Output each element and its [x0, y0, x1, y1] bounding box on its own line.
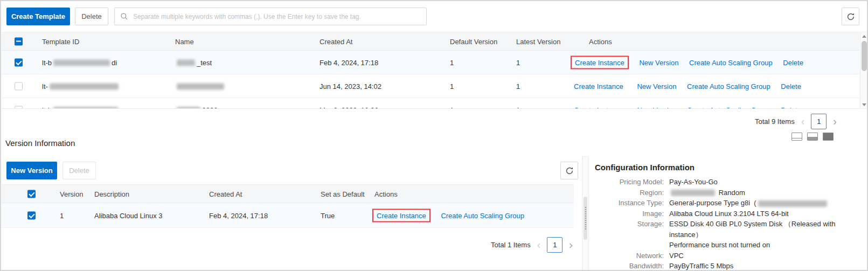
create-instance-link[interactable]: Create Instance [372, 209, 430, 222]
scrollbar-thumb[interactable] [862, 41, 867, 71]
new-version-button[interactable]: New Version [6, 162, 57, 179]
actions-cell: Create Instance Create Auto Scaling Grou… [372, 209, 524, 222]
scroll-up-arrow[interactable] [860, 32, 868, 40]
table-scrollbar[interactable] [860, 32, 868, 109]
prev-page-icon[interactable]: ‹ [537, 239, 541, 250]
row-checkbox[interactable] [15, 106, 23, 109]
config-field-bandwidth: Bandwidth: PayByTraffic 5 Mbps [595, 261, 863, 271]
template-name-cell: _test [175, 58, 212, 66]
next-page-icon[interactable]: › [833, 116, 837, 127]
create-auto-scaling-group-link[interactable]: Create Auto Scaling Group [687, 106, 770, 109]
refresh-versions-button[interactable] [560, 162, 578, 179]
created-at-cell: Jun 14, 2023, 14:02 [320, 82, 381, 90]
redacted-text [177, 60, 195, 66]
prev-page-icon[interactable]: ‹ [801, 116, 805, 127]
config-field-network: Network: VPC [595, 251, 863, 261]
field-value: Random [669, 187, 745, 198]
new-version-link[interactable]: New Version [637, 106, 676, 109]
template-row: lt-b 0323 Mar 2, 2023, 16:06 1 1 Create … [2, 98, 859, 109]
latest-version-cell: 1 [516, 58, 520, 66]
total-items-label: Total 1 Items [491, 241, 531, 249]
actions-cell: Create Instance New Version Create Auto … [571, 82, 801, 90]
col-header-created-at: Created At [209, 190, 242, 198]
version-row: 1 Alibaba Cloud Linux 3 Feb 4, 2024, 17:… [2, 203, 574, 228]
new-version-link[interactable]: New Version [637, 82, 676, 90]
template-name-cell: 0323 [175, 106, 218, 109]
field-label: Bandwidth: [595, 261, 669, 271]
layout-half-pane-icon[interactable] [807, 133, 818, 141]
create-template-button[interactable]: Create Template [6, 8, 70, 25]
config-field-instance-type: Instance Type: General-purpose Type g8i … [595, 198, 863, 209]
delete-link[interactable]: Delete [781, 82, 801, 90]
version-information-panel: New Version Delete Version Description C… [1, 156, 581, 271]
configuration-information-title: Configuration Information [595, 163, 863, 172]
configuration-information-panel: Configuration Information Pricing Model:… [595, 163, 863, 271]
col-header-version: Version [60, 190, 83, 198]
delete-link[interactable]: Delete [781, 106, 801, 109]
detail-pane-layout-toggles [791, 133, 834, 141]
row-checkbox[interactable] [15, 82, 23, 90]
refresh-button[interactable] [842, 8, 859, 25]
default-version-cell: 1 [450, 106, 454, 109]
layout-full-pane-icon[interactable] [823, 133, 834, 141]
select-all-checkbox[interactable] [15, 37, 23, 45]
col-header-default-version: Default Version [450, 37, 497, 45]
redacted-text [177, 107, 200, 109]
version-pagination: Total 1 Items ‹ 1 › [491, 236, 573, 253]
delete-link[interactable]: Delete [783, 58, 803, 66]
template-table-header: Template ID Name Created At Default Vers… [2, 32, 859, 51]
created-at-cell: Feb 4, 2024, 17:18 [209, 211, 268, 219]
field-label: Pricing Model: [595, 177, 669, 187]
delete-template-button[interactable]: Delete [75, 8, 108, 25]
col-header-created-at: Created At [320, 37, 352, 45]
next-page-icon[interactable]: › [569, 239, 573, 250]
version-row-checkbox[interactable] [27, 211, 36, 219]
created-at-cell: Feb 4, 2024, 17:18 [320, 58, 378, 66]
default-version-cell: 1 [450, 58, 454, 66]
current-page-button[interactable]: 1 [547, 237, 563, 253]
col-header-set-as-default: Set as Default [321, 190, 365, 198]
refresh-icon [565, 166, 574, 175]
scroll-down-arrow[interactable] [860, 101, 868, 108]
field-value: PayByTraffic 5 Mbps [669, 261, 733, 271]
config-field-storage: Storage: ESSD Disk 40 GiB PL0 System Dis… [595, 219, 863, 251]
config-field-image: Image: Alibaba Cloud Linux 3.2104 LTS 64… [595, 209, 863, 219]
latest-version-cell: 1 [516, 82, 520, 90]
delete-version-button[interactable]: Delete [63, 162, 96, 179]
col-header-description: Description [94, 190, 129, 198]
tag-search-box[interactable] [114, 8, 427, 25]
col-header-actions: Actions [589, 37, 612, 45]
field-value: General-purpose Type g8i ( [669, 198, 829, 209]
version-table-header: Version Description Created At Set as De… [2, 184, 574, 203]
template-id-cell: lt-b [42, 106, 120, 109]
field-label: Instance Type: [595, 198, 669, 209]
create-instance-link[interactable]: Create Instance [571, 55, 629, 69]
search-icon [120, 12, 128, 20]
redacted-text [50, 84, 119, 90]
select-all-versions-checkbox[interactable] [27, 190, 36, 198]
launch-template-console: Create Template Delete Template ID Name … [0, 0, 868, 271]
create-auto-scaling-group-link[interactable]: Create Auto Scaling Group [441, 211, 524, 219]
field-value: Pay-As-You-Go [669, 177, 718, 187]
redacted-text [177, 84, 224, 90]
row-checkbox[interactable] [15, 58, 23, 66]
refresh-icon [846, 12, 855, 21]
scrollbar-thumb[interactable] [584, 197, 587, 240]
create-auto-scaling-group-link[interactable]: Create Auto Scaling Group [687, 82, 770, 90]
create-instance-link[interactable]: Create Instance [571, 80, 627, 92]
created-at-cell: Mar 2, 2023, 16:06 [320, 106, 378, 109]
template-pagination: Total 9 Items ‹ 1 › [755, 113, 837, 130]
actions-cell: Create Instance New Version Create Auto … [571, 106, 801, 109]
tag-search-input[interactable] [133, 13, 421, 20]
template-table: Template ID Name Created At Default Vers… [2, 32, 859, 109]
version-table: Version Description Created At Set as De… [2, 184, 574, 228]
create-instance-link[interactable]: Create Instance [571, 104, 627, 109]
current-page-button[interactable]: 1 [811, 114, 827, 129]
layout-small-pane-icon[interactable] [791, 133, 802, 141]
version-cell: 1 [60, 211, 64, 219]
col-header-actions: Actions [374, 190, 398, 198]
new-version-link[interactable]: New Version [639, 58, 678, 66]
detail-pane-scrollbar[interactable] [582, 156, 589, 271]
create-auto-scaling-group-link[interactable]: Create Auto Scaling Group [689, 58, 773, 66]
field-value: Alibaba Cloud Linux 3.2104 LTS 64-bit [669, 209, 789, 219]
